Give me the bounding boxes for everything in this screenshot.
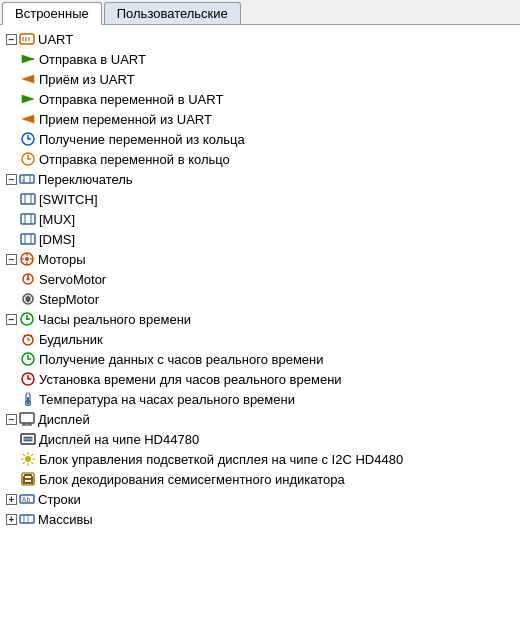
motors-label: Моторы (38, 252, 86, 267)
uart-send-ring-label: Отправка переменной в кольцо (39, 152, 230, 167)
step-icon (20, 291, 36, 307)
tree-row-display-hd44780[interactable]: Дисплей на чипе HD44780 (16, 429, 520, 449)
svg-line-61 (31, 462, 33, 464)
svg-line-63 (23, 462, 25, 464)
motors-icon (19, 251, 35, 267)
expand-arrays-icon[interactable] (6, 514, 17, 525)
uart-label: UART (38, 32, 73, 47)
uart-recv-var-label: Прием переменной из UART (39, 112, 212, 127)
tree-row-switch-sw[interactable]: [SWITCH] (16, 189, 520, 209)
tree-row-arrays[interactable]: Массивы (0, 509, 520, 529)
uart-send-label: Отправка в UART (39, 52, 146, 67)
tree-row-uart-send[interactable]: Отправка в UART (16, 49, 520, 69)
tree-row-display[interactable]: Дисплей (0, 409, 520, 429)
tree-row-servo[interactable]: ServoMotor (16, 269, 520, 289)
expand-switch-icon[interactable] (6, 174, 17, 185)
rtc-get-label: Получение данных с часов реального време… (39, 352, 324, 367)
svg-point-25 (25, 257, 29, 261)
tree-row-switch-dms[interactable]: [DMS] (16, 229, 520, 249)
recv-var-icon (20, 111, 36, 127)
tree-row-display-backlight[interactable]: Блок управления подсветкой дисплея на чи… (16, 449, 520, 469)
expand-motors-icon[interactable] (6, 254, 17, 265)
tree-row-switch-mux[interactable]: [MUX] (16, 209, 520, 229)
tree-row-uart-send-ring[interactable]: Отправка переменной в кольцо (16, 149, 520, 169)
switch-icon: + (19, 171, 35, 187)
segment-icon (20, 471, 36, 487)
expand-uart-icon[interactable] (6, 34, 17, 45)
switch-sw-label: [SWITCH] (39, 192, 98, 207)
expand-display-icon[interactable] (6, 414, 17, 425)
display-icon (19, 411, 35, 427)
tree-row-uart-recv-var[interactable]: Прием переменной из UART (16, 109, 520, 129)
tree-row-step[interactable]: StepMotor (16, 289, 520, 309)
rtc-temp-label: Температура на часах реального времени (39, 392, 295, 407)
switch-mux-label: [MUX] (39, 212, 75, 227)
svg-rect-46 (20, 413, 34, 423)
mux-icon (20, 211, 36, 227)
tree-row-uart-recv[interactable]: Приём из UART (16, 69, 520, 89)
uart-icon (19, 31, 35, 47)
svg-line-62 (31, 454, 33, 456)
tree-row-strings[interactable]: Ab Строки (0, 489, 520, 509)
svg-marker-7 (22, 95, 34, 103)
tab-builtin[interactable]: Встроенные (2, 2, 102, 25)
tabs-bar: Встроенные Пользовательские (0, 0, 520, 25)
tree-row-uart[interactable]: UART (0, 29, 520, 49)
rtc-icon (19, 311, 35, 327)
step-label: StepMotor (39, 292, 99, 307)
rtc-set-icon (20, 371, 36, 387)
tree-row-switch[interactable]: + Переключатель (0, 169, 520, 189)
backlight-icon (20, 451, 36, 467)
string-icon: Ab (19, 491, 35, 507)
expand-rtc-icon[interactable] (6, 314, 17, 325)
tree-row-display-segment[interactable]: Блок декодирования семисегментного индик… (16, 469, 520, 489)
svg-rect-0 (20, 34, 34, 44)
rtc-get-icon (20, 351, 36, 367)
ring2-icon (20, 151, 36, 167)
rtc-label: Часы реального времени (38, 312, 191, 327)
alarm-label: Будильник (39, 332, 103, 347)
tree-row-uart-send-var[interactable]: Отправка переменной в UART (16, 89, 520, 109)
tree-row-rtc-temp[interactable]: Температура на часах реального времени (16, 389, 520, 409)
tree-row-motors[interactable]: Моторы (0, 249, 520, 269)
sw-icon (20, 191, 36, 207)
svg-marker-6 (22, 75, 34, 83)
servo-icon (20, 271, 36, 287)
svg-marker-8 (22, 115, 34, 123)
alarm-icon (20, 331, 36, 347)
arrays-label: Массивы (38, 512, 93, 527)
svg-rect-65 (24, 474, 32, 476)
tree-container: UART Отправка в UART Приём из UART Отпра… (0, 25, 520, 640)
tree-row-rtc-set[interactable]: Установка времени для часов реального вр… (16, 369, 520, 389)
recv-icon (20, 71, 36, 87)
svg-rect-21 (21, 234, 35, 244)
svg-rect-68 (24, 478, 32, 480)
display-hd44780-label: Дисплей на чипе HD44780 (39, 432, 199, 447)
switch-dms-label: [DMS] (39, 232, 75, 247)
ring-icon (20, 131, 36, 147)
switch-label: Переключатель (38, 172, 133, 187)
display-label: Дисплей (38, 412, 90, 427)
uart-recv-label: Приём из UART (39, 72, 135, 87)
display-chip-icon (20, 431, 36, 447)
dms-icon (20, 231, 36, 247)
svg-point-55 (25, 456, 31, 462)
svg-line-60 (23, 454, 25, 456)
uart-send-var-label: Отправка переменной в UART (39, 92, 223, 107)
array-icon (19, 511, 35, 527)
tree-row-alarm[interactable]: Будильник (16, 329, 520, 349)
tree-row-rtc[interactable]: Часы реального времени (0, 309, 520, 329)
svg-text:Ab: Ab (22, 496, 30, 504)
svg-rect-15 (21, 194, 35, 204)
rtc-temp-icon (20, 391, 36, 407)
svg-point-35 (26, 318, 28, 320)
strings-label: Строки (38, 492, 81, 507)
expand-strings-icon[interactable] (6, 494, 17, 505)
tree-row-uart-get-ring[interactable]: Получение переменной из кольца (16, 129, 520, 149)
svg-rect-74 (20, 515, 34, 523)
uart-get-ring-label: Получение переменной из кольца (39, 132, 245, 147)
tab-user[interactable]: Пользовательские (104, 2, 241, 24)
svg-point-32 (27, 278, 30, 281)
tree-row-rtc-get[interactable]: Получение данных с часов реального време… (16, 349, 520, 369)
send-icon (20, 51, 36, 67)
